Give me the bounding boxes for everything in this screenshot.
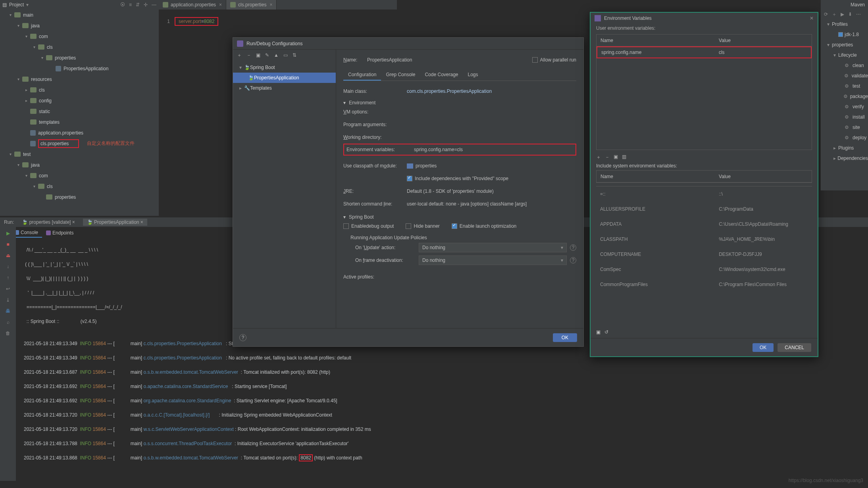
config-tab[interactable]: Logs (463, 69, 483, 81)
include-deps-checkbox[interactable] (407, 176, 412, 181)
add-icon[interactable]: ＋ (596, 154, 601, 161)
reset-icon[interactable]: ↺ (604, 329, 608, 335)
tree-item[interactable]: ▸cls (0, 85, 159, 95)
help-icon[interactable]: ? (570, 257, 576, 263)
collapse-icon[interactable]: ⇵ (136, 2, 140, 8)
rerun-icon[interactable]: ▶ (5, 230, 11, 236)
maven-item[interactable]: ▸Plugins (821, 143, 868, 153)
locate-icon[interactable]: ⦿ (120, 2, 125, 8)
maven-item[interactable]: ▸Dependencies (821, 153, 868, 163)
on-update-select[interactable]: Do nothing▾ (419, 243, 567, 252)
tree-item[interactable]: ▾resources (0, 74, 159, 85)
sidebar-item-templates[interactable]: ▸🔧 Templates (233, 83, 336, 93)
tree-item[interactable]: application.properties (0, 127, 159, 138)
maven-item[interactable]: ⚙test (821, 81, 868, 91)
sort-config-icon[interactable]: ⇅ (293, 52, 296, 58)
editor-tab[interactable]: cls.properties× (226, 0, 277, 10)
cancel-button[interactable]: CANCEL (778, 343, 811, 352)
env-var-row[interactable]: spring.config.namecls (597, 46, 812, 58)
config-tab[interactable]: Configuration (343, 69, 381, 81)
download-icon[interactable]: ⬇ (848, 12, 852, 17)
tree-item[interactable]: ▾properties (0, 52, 159, 63)
maven-item[interactable]: ⚙package (821, 91, 868, 102)
more-icon[interactable]: ⋯ (856, 12, 861, 17)
console-tab[interactable]: Endpoints (42, 229, 77, 237)
close-icon[interactable]: ✕ (810, 15, 814, 21)
code-editor[interactable]: 1 server.port=8082 (159, 10, 397, 33)
config-tab[interactable]: Code Coverage (420, 69, 463, 81)
maven-item[interactable]: ⚙clean (821, 60, 868, 71)
env-var-row[interactable]: Environment variables: spring.config.nam… (343, 144, 576, 156)
tree-item[interactable]: ▾main (0, 10, 159, 20)
run-tab[interactable]: 🍃 properties [validate] × (18, 219, 79, 226)
up-config-icon[interactable]: ▲ (274, 52, 279, 58)
tree-item[interactable]: ▾cls (0, 181, 159, 192)
copy-icon[interactable]: ▣ (614, 154, 618, 161)
ok-button[interactable]: OK (553, 333, 577, 342)
filter-icon[interactable]: ⌕ (5, 319, 11, 325)
chevron-down-icon[interactable]: ▾ (26, 2, 29, 8)
config-name-input[interactable]: PropertiesApplication (367, 57, 532, 63)
add-config-icon[interactable]: ＋ (237, 52, 242, 59)
launch-opt-checkbox[interactable] (452, 223, 457, 229)
plus-icon[interactable]: ＋ (832, 11, 837, 18)
maven-item[interactable]: ▾properties (821, 40, 868, 50)
maven-item[interactable]: jdk-1.8 (821, 29, 868, 40)
ok-button[interactable]: OK (753, 343, 774, 352)
help-icon[interactable]: ? (570, 244, 576, 251)
hide-icon[interactable]: — (152, 2, 156, 8)
expand-icon[interactable]: ≡ (129, 2, 132, 8)
maven-item[interactable]: ▾Profiles (821, 19, 868, 29)
wrap-icon[interactable]: ↩ (5, 286, 11, 292)
maven-item[interactable]: ⚙deploy (821, 133, 868, 143)
maven-item[interactable]: ⚙site (821, 122, 868, 133)
tree-item[interactable]: PropertiesApplication (0, 63, 159, 74)
gear-icon[interactable]: ✢ (144, 2, 148, 8)
tree-item[interactable]: cls.properties自定义名称的配置文件 (0, 138, 159, 149)
up-icon[interactable]: ↑ (5, 275, 11, 281)
tree-item[interactable]: properties (0, 192, 159, 202)
enable-debug-checkbox[interactable] (343, 223, 349, 229)
on-frame-select[interactable]: Do nothing▾ (419, 256, 567, 265)
run-tab[interactable]: 🍃 PropertiesApplication × (83, 219, 147, 226)
edit-config-icon[interactable]: ✎ (265, 52, 269, 58)
tree-item[interactable]: ▾com (0, 170, 159, 181)
folder-config-icon[interactable]: ▭ (283, 52, 288, 58)
remove-config-icon[interactable]: － (246, 52, 251, 59)
tree-item[interactable]: ▸config (0, 95, 159, 106)
jre-field[interactable]: Default (1.8 - SDK of 'properties' modul… (407, 188, 576, 194)
tree-item[interactable]: ▾test (0, 149, 159, 159)
maven-item[interactable]: ⚙install (821, 112, 868, 122)
tree-item[interactable]: templates (0, 117, 159, 127)
shorten-field[interactable]: user-local default: none - java [options… (407, 201, 576, 207)
refresh-icon[interactable]: ⟳ (824, 12, 828, 17)
tree-item[interactable]: ▾cls (0, 42, 159, 52)
print-icon[interactable]: 🖶 (5, 308, 11, 314)
tree-item[interactable]: ▾java (0, 159, 159, 170)
allow-parallel-checkbox[interactable] (532, 57, 538, 63)
config-tab[interactable]: Grep Console (381, 69, 420, 81)
classpath-module[interactable]: properties (416, 163, 576, 169)
paste-icon[interactable]: ▥ (622, 154, 626, 161)
copy-icon[interactable]: ▣ (596, 329, 600, 335)
copy-config-icon[interactable]: ▣ (256, 52, 260, 58)
maven-item[interactable]: ▾Lifecycle (821, 50, 868, 60)
sidebar-item-properties-app[interactable]: 🍃 PropertiesApplication (233, 73, 336, 83)
scroll-icon[interactable]: ⤓ (5, 297, 11, 303)
tree-item[interactable]: ▾java (0, 20, 159, 31)
sidebar-item-springboot[interactable]: ▾🍃 Spring Boot (233, 62, 336, 73)
down-icon[interactable]: ↓ (5, 263, 11, 270)
hide-banner-checkbox[interactable] (406, 223, 411, 229)
tree-item[interactable]: ▾com (0, 31, 159, 42)
stop-icon[interactable]: ■ (5, 241, 11, 248)
maven-item[interactable]: ⚙validate (821, 71, 868, 81)
maven-item[interactable]: ⚙verify (821, 102, 868, 112)
dialog-help-icon[interactable]: ? (239, 334, 246, 341)
trash-icon[interactable]: 🗑 (5, 330, 11, 336)
run-icon[interactable]: ▶ (841, 12, 844, 17)
main-class-field[interactable]: com.cls.properties.PropertiesApplication (407, 88, 576, 94)
remove-icon[interactable]: － (605, 154, 610, 161)
project-tree[interactable]: ▾main▾java▾com▾cls▾propertiesPropertiesA… (0, 10, 159, 216)
editor-tab[interactable]: application.properties× (159, 0, 226, 10)
tree-item[interactable]: static (0, 106, 159, 117)
